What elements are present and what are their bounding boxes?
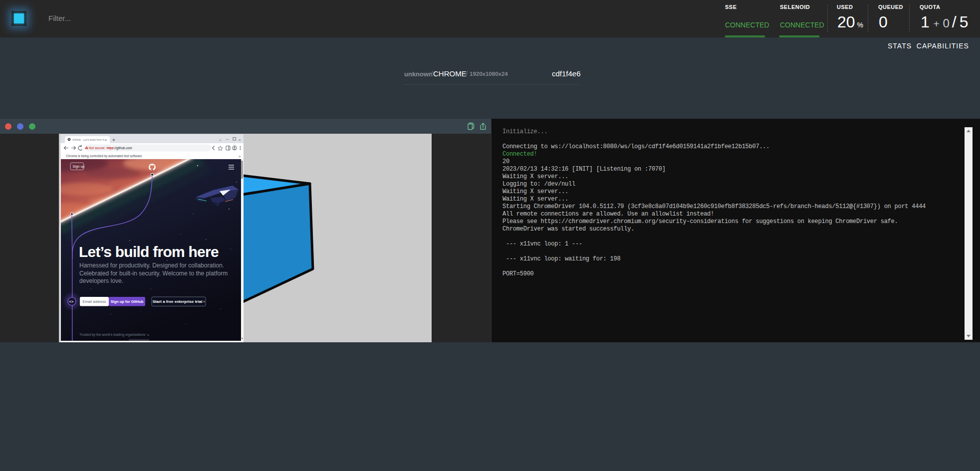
svg-text:GitHub - Let's build from h...: GitHub - Let's build from h... <box>72 138 107 141</box>
svg-text:Email address: Email address <box>83 299 106 304</box>
svg-text:×: × <box>239 138 241 142</box>
svg-text:Sign up for GitHub: Sign up for GitHub <box>111 299 144 304</box>
svg-text:Not secure: Not secure <box>89 146 105 150</box>
svg-text:Celebrated for built-in securi: Celebrated for built-in security. Welcom… <box>79 270 228 277</box>
svg-text:+: + <box>112 137 115 143</box>
svg-text:Chrome is being controlled by: Chrome is being controlled by automated … <box>66 154 143 158</box>
svg-text:⌄: ⌄ <box>219 137 222 142</box>
svg-text:×: × <box>239 154 241 159</box>
svg-text:Harnessed for productivity. De: Harnessed for productivity. Designed for… <box>79 262 224 269</box>
svg-text:https: https <box>107 146 114 150</box>
svg-text:–: – <box>226 137 229 142</box>
svg-text:developers love.: developers love. <box>79 277 123 284</box>
svg-text:×: × <box>105 138 107 142</box>
svg-text:Sign up: Sign up <box>73 165 85 169</box>
svg-text:://github.com: ://github.com <box>114 146 132 150</box>
svg-text:Let’s build from here: Let’s build from here <box>79 243 219 260</box>
svg-text:<>: <> <box>69 299 74 304</box>
svg-text:Trusted by the world’s leading: Trusted by the world’s leading organizat… <box>79 333 149 337</box>
svg-text:Start a free enterprise trial: Start a free enterprise trial › <box>153 299 205 304</box>
